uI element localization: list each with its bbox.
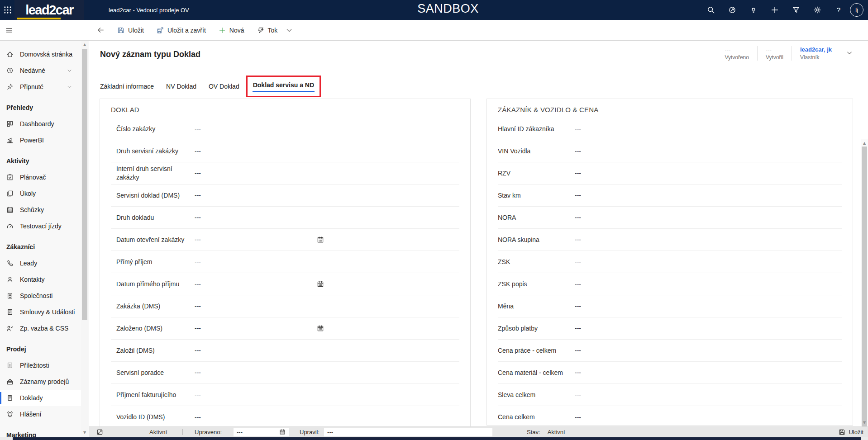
sidebar-item-doklady[interactable]: Doklady [0,390,81,406]
field-value: --- [195,325,201,332]
form-field-row[interactable]: Založeno (DMS)--- [111,317,459,340]
sidebar-item-label: Smlouvy & Události [20,308,78,316]
main-scrollbar[interactable]: ▲ ▼ [861,139,868,426]
modified-on-field[interactable]: --- [234,428,289,436]
field-value: --- [575,325,581,332]
form-field-row[interactable]: Měna--- [498,295,842,317]
filter-button[interactable] [792,6,800,14]
scroll-down-icon[interactable]: ▼ [861,420,868,426]
form-field-row[interactable]: Cena materiál - celkem--- [498,362,842,384]
form-field-row[interactable]: NORA--- [498,207,842,229]
form-field-row[interactable]: Příjmení fakturujícího--- [111,384,459,406]
horizontal-scrollbar[interactable] [0,437,868,440]
calendar-icon[interactable] [279,429,286,435]
ulozit-button[interactable]: Uložit [117,27,144,34]
save-status-button[interactable]: Uložit [839,429,863,435]
nova-button[interactable]: Nová [219,27,244,34]
calendar-icon[interactable] [317,325,324,332]
form-field-row[interactable]: Datum otevření zakázky--- [111,229,459,251]
form-field-row[interactable]: Hlavní ID zákazníka--- [498,118,842,140]
waffle-menu-icon[interactable] [4,6,12,14]
help-button[interactable]: ? [835,6,843,14]
ulozit-a-zavrit-button[interactable]: Uložit a zavřít [157,27,206,34]
sidebar-item-hlaseni[interactable]: Hlášení [0,406,81,422]
form-field-row[interactable]: Sleva celkem--- [498,384,842,406]
sidebar-item-planovac[interactable]: Plánovač [0,169,81,185]
search-button[interactable] [707,6,715,14]
avatar[interactable]: Ij [850,3,863,17]
form-field-row[interactable]: NORA skupina--- [498,229,842,251]
tab-doklad-servisu-a-nd[interactable]: Doklad servisu a ND [246,76,321,97]
sidebar-nav: Domovská stránkaNedávnéPřipnutéPřehledyD… [0,41,89,440]
modified-by-value: --- [327,429,333,435]
collapse-header-chevron-icon[interactable] [846,50,853,56]
form-field-row[interactable]: ZSK--- [498,251,842,273]
form-field-row[interactable]: Vozidlo ID (DMS)--- [111,406,459,427]
calendar-icon[interactable] [317,236,324,243]
quick-create-button[interactable] [771,6,779,14]
owner-link[interactable]: lead2car, jk [800,46,832,53]
form-field-row[interactable]: ZSK popis--- [498,273,842,295]
field-label: VIN Vozidla [498,147,575,156]
tab-zakladni-informace[interactable]: Základní informace [100,83,154,90]
hamburger-menu-icon[interactable] [5,27,13,34]
form-field-row[interactable]: Servisní doklad (DMS)--- [111,185,459,207]
scrollbar-thumb[interactable] [862,147,867,440]
modified-by-field[interactable]: --- [324,428,492,436]
scroll-down-icon[interactable]: ▼ [81,430,88,435]
form-field-row[interactable]: Druh dokladu--- [111,207,459,229]
calendar-icon[interactable] [317,280,324,288]
sidebar-item-powerbi[interactable]: PowerBI [0,132,81,148]
tab-ov-doklad[interactable]: OV Doklad [209,83,239,90]
sidebar-item-prilezitosti[interactable]: Příležitosti [0,357,81,374]
top-navigation-bar: lead2car lead2car - Vedoucí prodeje OV S… [0,0,868,20]
quick-create-icon [771,6,779,14]
form-field-row[interactable]: Servisní poradce--- [111,362,459,384]
brand-logo[interactable]: lead2car [14,0,84,20]
form-field-row[interactable]: VIN Vozidla--- [498,140,842,162]
form-field-row[interactable]: Cena celkem--- [498,406,842,426]
field-value: --- [195,236,201,243]
form-field-row[interactable]: Interní druh servisní zakázky--- [111,162,459,185]
form-field-row[interactable]: Zakázka (DMS)--- [111,295,459,317]
insights-button[interactable] [728,6,736,14]
sidebar-item-schuzky[interactable]: Schůzky [0,202,81,218]
form-field-row[interactable]: Způsob platby--- [498,317,842,340]
sidebar-item-label: Plánovač [20,174,78,181]
sidebar-item-ukoly[interactable]: Úkoly [0,185,81,202]
form-field-row[interactable]: Přímý příjem--- [111,251,459,273]
form-field-row[interactable]: Cena práce - celkem--- [498,340,842,362]
sidebar-item-kontakty[interactable]: Kontakty [0,271,81,288]
sidebar-item-nedavne[interactable]: Nedávné [0,62,81,79]
form-field-row[interactable]: Druh servisní zakázky--- [111,140,459,162]
sidebar-item-leady[interactable]: Leady [0,255,81,271]
expand-icon[interactable] [96,429,103,435]
sidebar-item-dashboardy[interactable]: Dashboardy [0,116,81,132]
sidebar-item-domovska-stranka[interactable]: Domovská stránka [0,46,81,62]
back-button[interactable] [97,26,105,34]
form-field-row[interactable]: Číslo zakázky--- [111,118,459,140]
form-field-row[interactable]: Stav km--- [498,185,842,207]
sidebar-item-zaznamy-prodeju[interactable]: Záznamy prodejů [0,374,81,390]
form-field-row[interactable]: Založil (DMS)--- [111,340,459,362]
scrollbar-thumb[interactable] [82,49,87,320]
lightbulb-button[interactable] [749,6,758,14]
sidebar-item-pripnute[interactable]: Připnuté [0,79,81,95]
sidebar-item-smlouvy-udalosti[interactable]: Smlouvy & Události [0,304,81,320]
sidebar-item-zp-vazba-css[interactable]: Zp. vazba & CSS [0,320,81,336]
section-doklad: DOKLAD Číslo zakázky---Druh servisní zak… [100,99,471,427]
sidebar-item-spolecnosti[interactable]: Společnosti [0,288,81,304]
form-field-row[interactable]: RZV--- [498,162,842,185]
sidebar-item-testovaci-jizdy[interactable]: Testovací jízdy [0,218,81,234]
scroll-up-icon[interactable]: ▲ [81,42,88,47]
form-field-row[interactable]: Datum přímého příjmu--- [111,273,459,295]
sidebar-scrollbar[interactable]: ▲ ▼ [81,41,88,440]
tab-nv-doklad[interactable]: NV Doklad [166,83,196,90]
tok-button[interactable]: Tok [257,27,293,34]
chevron-down-icon[interactable] [286,27,293,34]
settings-button[interactable] [813,6,821,14]
scrollbar-thumb[interactable] [13,437,861,440]
section-zakaznik-vozidlo-cena: ZÁKAZNÍK & VOZIDLO & CENA Hlavní ID záka… [486,99,853,426]
sidebar-item-label: Schůzky [20,206,78,213]
scroll-up-icon[interactable]: ▲ [861,141,868,146]
